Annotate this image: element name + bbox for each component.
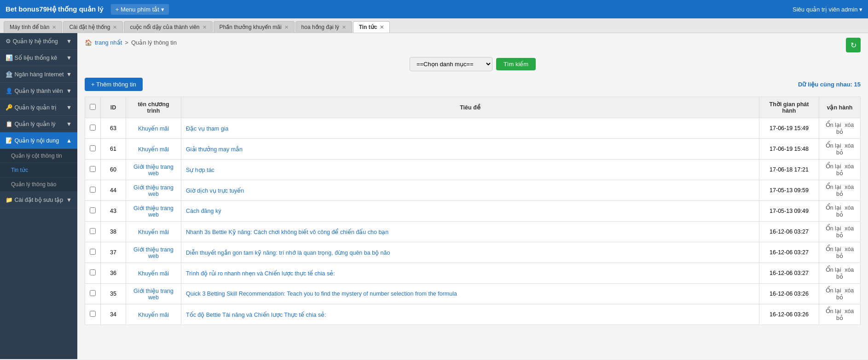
- action-on-link[interactable]: Ổn lại: [826, 267, 841, 273]
- action-on-link[interactable]: Ổn lại: [826, 308, 841, 314]
- search-button[interactable]: Tìm kiếm: [496, 58, 536, 70]
- row-id: 36: [101, 263, 126, 284]
- sidebar-item-suu-tap[interactable]: 📁 Cài đặt bộ sưu tập ▼: [0, 192, 77, 208]
- tab-close-icon[interactable]: ✕: [52, 24, 56, 30]
- action-on-link[interactable]: Ổn lại: [826, 143, 841, 149]
- sidebar-item-quan-ly[interactable]: 📋 Quản lý quản lý ▼: [0, 116, 77, 132]
- row-checkbox[interactable]: [90, 145, 96, 151]
- row-checkbox[interactable]: [90, 207, 96, 213]
- row-program[interactable]: Khuyến mãi: [126, 139, 181, 160]
- action-on-link[interactable]: Ổn lại: [826, 184, 841, 190]
- sidebar-item-label: 📝 Quản lý nội dung: [6, 137, 66, 144]
- category-select[interactable]: ==Chọn danh mục==: [410, 57, 492, 71]
- chevron-icon: ▼: [66, 104, 72, 111]
- table-row: 44 Giới thiệu trang web Giờ dịch vụ trực…: [85, 180, 861, 201]
- tab-close-icon[interactable]: ✕: [380, 24, 384, 30]
- breadcrumb-separator: >: [125, 39, 128, 46]
- row-program[interactable]: Giới thiệu trang web: [126, 160, 181, 180]
- row-actions: Ổn lại xóa bỏ: [819, 201, 861, 222]
- row-title: Giải thưởng may mắn: [181, 139, 759, 160]
- breadcrumb-current: Quản lý thông tin: [131, 39, 177, 46]
- row-id: 61: [101, 139, 126, 160]
- row-id: 34: [101, 304, 126, 325]
- tab-close-icon[interactable]: ✕: [203, 24, 207, 30]
- row-checkbox[interactable]: [90, 228, 96, 234]
- tab-may-tinh[interactable]: Máy tính để bàn ✕: [4, 21, 62, 33]
- data-count-label: Dữ liệu cùng nhau:: [798, 81, 852, 88]
- sidebar-item-quan-tri[interactable]: 🔑 Quản lý quản trị ▼: [0, 99, 77, 116]
- chevron-icon: ▼: [66, 71, 72, 78]
- user-info[interactable]: Siêu quản trị viên admin ▾: [793, 6, 862, 13]
- row-actions: Ổn lại xóa bỏ: [819, 222, 861, 242]
- row-checkbox-cell: [85, 304, 101, 325]
- row-date: 17-06-19 15:49: [759, 118, 819, 139]
- sidebar-sub-item-thong-bao[interactable]: Quản lý thông báo: [0, 177, 77, 192]
- row-checkbox[interactable]: [90, 166, 96, 172]
- action-on-link[interactable]: Ổn lại: [826, 163, 841, 170]
- row-checkbox[interactable]: [90, 290, 96, 296]
- row-program[interactable]: Khuyến mãi: [126, 263, 181, 284]
- row-program[interactable]: Khuyến mãi: [126, 304, 181, 325]
- row-date: 16-12-06 03:26: [759, 284, 819, 304]
- row-id: 37: [101, 242, 126, 263]
- row-program[interactable]: Giới thiệu trang web: [126, 284, 181, 304]
- chevron-icon: ▼: [66, 55, 72, 61]
- sidebar-sub-item-tin-tuc[interactable]: Tin tức: [0, 163, 77, 177]
- row-title: Quick 3 Betting Skill Recommendation: Te…: [181, 284, 759, 304]
- row-checkbox[interactable]: [90, 187, 96, 193]
- row-program[interactable]: Giới thiệu trang web: [126, 242, 181, 263]
- row-actions: Ổn lại xóa bỏ: [819, 180, 861, 201]
- chevron-icon: ▼: [66, 121, 72, 127]
- row-actions: Ổn lại xóa bỏ: [819, 139, 861, 160]
- add-button[interactable]: + Thêm thông tin: [85, 78, 143, 91]
- row-program[interactable]: Giới thiệu trang web: [126, 180, 181, 201]
- main-layout: ⚙ Quản lý hệ thống ▼ 📊 Số liệu thống kê …: [0, 33, 868, 359]
- row-actions: Ổn lại xóa bỏ: [819, 118, 861, 139]
- row-program[interactable]: Khuyến mãi: [126, 222, 181, 242]
- th-action: vận hành: [819, 97, 861, 118]
- sidebar-item-ngan-hang[interactable]: 🏦 Ngân hàng Internet ▼: [0, 66, 77, 83]
- row-id: 44: [101, 180, 126, 201]
- row-checkbox-cell: [85, 222, 101, 242]
- row-program[interactable]: Giới thiệu trang web: [126, 201, 181, 222]
- row-id: 60: [101, 160, 126, 180]
- row-id: 35: [101, 284, 126, 304]
- action-on-link[interactable]: Ổn lại: [826, 122, 841, 128]
- sidebar-sub-item-cot-thong-tin[interactable]: Quản lý cột thông tin: [0, 149, 77, 163]
- refresh-button[interactable]: ↻: [846, 38, 861, 52]
- th-date: Thời gian phát hành: [759, 97, 819, 118]
- tab-cuoc-noi[interactable]: cuộc nổi dậy của thành viên ✕: [124, 21, 212, 33]
- action-on-link[interactable]: Ổn lại: [826, 205, 841, 211]
- menu-shortcut[interactable]: + Menu phím tắt ▾: [111, 4, 169, 15]
- sidebar-item-noi-dung[interactable]: 📝 Quản lý nội dung ▲: [0, 132, 77, 149]
- row-program[interactable]: Khuyến mãi: [126, 118, 181, 139]
- row-checkbox[interactable]: [90, 311, 96, 317]
- tab-tin-tuc[interactable]: Tin tức ✕: [353, 21, 390, 33]
- action-on-link[interactable]: Ổn lại: [826, 225, 841, 232]
- row-checkbox[interactable]: [90, 269, 96, 275]
- action-on-link[interactable]: Ổn lại: [826, 246, 841, 252]
- row-actions: Ổn lại xóa bỏ: [819, 284, 861, 304]
- brand-title: Bet bonus79Hệ thống quản lý: [6, 5, 104, 13]
- data-count: Dữ liệu cùng nhau: 15: [798, 81, 861, 88]
- data-table: ID tên chương trình Tiêu đề Thời gian ph…: [85, 97, 861, 325]
- tab-hoa-hong[interactable]: hoa hồng đại lý ✕: [295, 21, 352, 33]
- sidebar-item-quan-ly-he-thong[interactable]: ⚙ Quản lý hệ thống ▼: [0, 33, 77, 50]
- tab-cai-dat[interactable]: Cài đặt hệ thống ✕: [63, 21, 123, 33]
- action-on-link[interactable]: Ổn lại: [826, 287, 841, 294]
- breadcrumb-home[interactable]: trang nhất: [95, 39, 122, 46]
- top-nav: Bet bonus79Hệ thống quản lý + Menu phím …: [0, 0, 868, 18]
- tab-close-icon[interactable]: ✕: [113, 24, 117, 30]
- sidebar-item-thanh-vien[interactable]: 👤 Quản lý thành viên ▼: [0, 83, 77, 99]
- row-checkbox[interactable]: [90, 125, 96, 131]
- row-checkbox-cell: [85, 139, 101, 160]
- sidebar-item-label: ⚙ Quản lý hệ thống: [6, 38, 66, 45]
- tab-close-icon[interactable]: ✕: [284, 24, 289, 30]
- row-checkbox-cell: [85, 160, 101, 180]
- tab-close-icon[interactable]: ✕: [342, 24, 346, 30]
- select-all-checkbox[interactable]: [90, 104, 96, 110]
- tab-phan-thuong[interactable]: Phần thưởng khuyến mãi ✕: [214, 21, 295, 33]
- home-icon: 🏠: [85, 39, 92, 46]
- row-checkbox[interactable]: [90, 249, 96, 255]
- sidebar-item-so-lieu[interactable]: 📊 Số liệu thống kê ▼: [0, 50, 77, 66]
